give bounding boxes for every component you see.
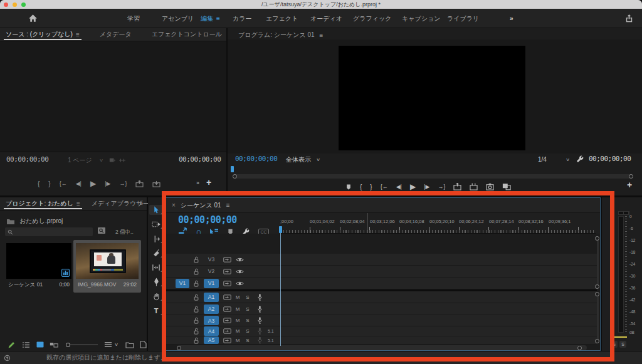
workspace-menu-icon[interactable]: ≡ [216,15,220,22]
export-share-icon[interactable] [624,14,634,23]
meter-solo-left-button[interactable]: S [611,341,618,348]
mark-in-button[interactable]: { [38,180,39,187]
razor-tool[interactable] [149,248,163,258]
sync-lock-icon[interactable] [222,337,232,344]
pen-tool[interactable] [149,277,163,287]
lock-icon[interactable] [192,268,200,275]
track-target-a5[interactable]: A5 [204,336,219,344]
goto-out-button[interactable]: →} [438,184,445,190]
lock-icon[interactable] [192,328,200,335]
mark-out-button[interactable]: } [48,180,50,187]
voiceover-mic-icon[interactable] [255,316,264,325]
vscroll-handle[interactable] [595,284,599,289]
source-current-timecode[interactable]: 00;00;00;00 [6,155,48,164]
program-scrollbar[interactable] [233,174,633,179]
timeline-playhead-line[interactable] [280,229,281,346]
status-icon[interactable] [4,355,11,361]
timeline-horizontal-scrollbar[interactable] [177,345,587,350]
hand-tool[interactable] [149,291,163,301]
home-icon[interactable] [28,13,38,24]
vscroll-handle[interactable] [595,236,599,241]
vscroll-handle[interactable] [595,292,599,296]
goto-in-button[interactable]: {← [60,180,67,187]
source-output-icon[interactable] [109,157,115,164]
program-zoom-select[interactable]: 全体表示∨ [283,155,323,164]
tab-project[interactable]: プロジェクト: おためし≡ [0,197,86,210]
sync-lock-icon[interactable] [222,256,232,263]
new-bin-icon[interactable] [125,341,134,348]
play-button[interactable]: ▶ [90,179,96,188]
lift-icon[interactable] [453,183,461,190]
workspace-tab-effects[interactable]: エフェクト [266,9,298,28]
sync-lock-icon[interactable] [222,268,232,275]
track-target-a1[interactable]: A1 [204,293,219,302]
workspace-overflow-icon[interactable]: » [510,9,513,28]
clip-item-sequence[interactable]: シーケンス 010;00 [6,240,71,293]
timeline-ruler[interactable]: ;00;00 00;01;04;02 00;02;08;04 00;03;12;… [280,213,596,234]
goto-out-button[interactable]: →} [119,180,127,187]
list-view-icon[interactable] [22,341,30,348]
type-tool[interactable]: T [149,306,163,316]
mute-button[interactable]: M [233,338,242,343]
insert-icon[interactable] [135,180,144,187]
tab-source[interactable]: ソース : (クリップなし)≡ [0,28,85,41]
timeline-vscrollbar-audio[interactable] [597,294,599,340]
workspace-tab-assembly[interactable]: アセンブリ [162,9,194,28]
comparison-view-icon[interactable] [502,183,511,190]
lock-icon[interactable] [192,294,200,301]
goto-in-button[interactable]: {← [381,184,388,190]
sort-icon[interactable] [104,341,112,348]
mute-button[interactable]: M [233,328,242,334]
panel-menu-icon[interactable]: ≡ [226,202,230,209]
tab-effect-controls[interactable]: エフェクトコントロール [146,28,228,41]
ripple-edit-tool[interactable] [149,234,163,244]
step-back-button[interactable]: ◀| [76,180,82,187]
mark-out-button[interactable]: } [370,184,372,190]
add-marker-icon[interactable] [345,184,352,190]
workspace-tab-color[interactable]: カラー [233,9,251,28]
mute-button[interactable]: M [233,318,242,323]
solo-button[interactable]: S [243,318,252,323]
workspace-tab-captions[interactable]: キャプション [402,9,440,28]
solo-button[interactable]: S [243,294,252,300]
clip-item-video[interactable]: IMG_9966.MOV29:02 [73,240,141,293]
mute-button[interactable]: M [233,294,242,300]
icon-view-icon[interactable] [36,341,44,348]
selection-tool[interactable] [149,205,163,215]
mute-button[interactable]: M [233,306,242,312]
sync-lock-icon[interactable] [222,280,232,287]
program-title[interactable]: プログラム: シーケンス 01 [238,31,315,39]
step-forward-button[interactable]: |▶ [424,184,429,190]
track-target-a2[interactable]: A2 [204,304,219,314]
track-target-a3[interactable]: A3 [204,316,219,325]
sync-lock-icon[interactable] [222,306,232,313]
workspace-tab-audio[interactable]: オーディオ [310,9,342,28]
panel-menu-icon[interactable]: ≡ [320,32,324,39]
source-patch-v1[interactable]: V1 [176,279,189,288]
track-visibility-eye-icon[interactable] [234,269,245,274]
project-root-row[interactable]: おためし.prproj [0,214,147,228]
source-settings-icon[interactable] [118,157,126,164]
extract-icon[interactable] [470,183,478,190]
search-box[interactable] [5,227,93,236]
program-playhead[interactable] [231,166,234,172]
sync-lock-icon[interactable] [222,328,232,335]
sync-lock-icon[interactable] [222,317,232,324]
lock-icon[interactable] [192,256,200,263]
voiceover-mic-icon[interactable] [255,305,264,313]
track-visibility-eye-icon[interactable] [234,257,245,263]
solo-button[interactable]: S [243,338,252,343]
voiceover-mic-icon[interactable] [255,327,264,335]
track-target-v1[interactable]: V1 [204,279,219,288]
program-current-timecode[interactable]: 00;00;00;00 [235,155,277,163]
solo-button[interactable]: S [243,328,252,334]
lock-icon[interactable] [192,280,200,287]
panel-menu-icon[interactable]: ≡ [76,200,80,207]
clip-thumbnail-image[interactable] [76,243,139,279]
mark-in-button[interactable]: { [360,184,362,190]
voiceover-mic-icon[interactable] [255,336,264,344]
solo-button[interactable]: S [243,306,252,312]
sequence-thumbnail[interactable] [6,243,71,279]
workspace-tab-learning[interactable]: 学習 [127,9,140,28]
voiceover-mic-icon[interactable] [255,293,264,301]
